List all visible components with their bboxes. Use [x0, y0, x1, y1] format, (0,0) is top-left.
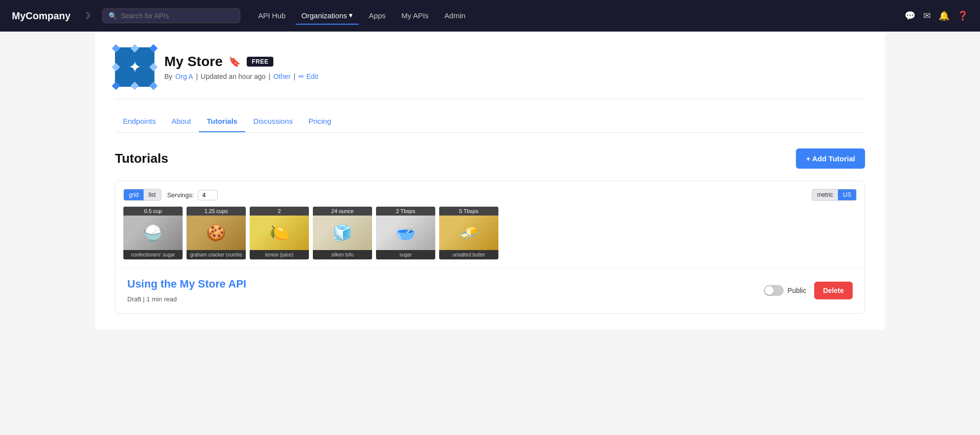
view-toggle: grid list [123, 189, 161, 201]
ingredient-lemon: 2 🍋 lemon (juice) [250, 207, 309, 259]
delete-button[interactable]: Delete [814, 282, 853, 299]
diamond-top [131, 44, 139, 53]
tabs: Endpoints About Tutorials Discussions Pr… [115, 111, 865, 133]
tutorial-card-right: Public Delete [764, 282, 853, 299]
separator-2: | [268, 72, 270, 80]
edit-pencil-icon: ✏ [299, 72, 304, 80]
notification-icon[interactable]: 🔔 [939, 10, 949, 21]
api-title-row: My Store 🔖 FREE [164, 54, 865, 70]
tab-tutorials[interactable]: Tutorials [199, 111, 245, 132]
public-label: Public [788, 287, 806, 294]
ingredient-image: 🥣 [376, 216, 435, 250]
grid-view-button[interactable]: grid [124, 189, 144, 200]
api-meta: By Org A | Updated an hour ago | Other |… [164, 72, 865, 80]
tab-pricing[interactable]: Pricing [301, 111, 339, 132]
ingredient-image: 🍪 [187, 216, 246, 250]
separator-3: | [294, 72, 296, 80]
ingredient-name: lemon (juice) [250, 250, 309, 259]
logo-star-icon: ✦ [128, 58, 142, 76]
tutorial-title-link[interactable]: Using the My Store API [127, 278, 764, 290]
diamond-topleft [112, 44, 120, 53]
api-header: ✦ My Store 🔖 FREE By Org A | Updated an … [115, 47, 865, 99]
edit-label: Edit [306, 72, 318, 80]
ingredient-name: graham cracker crumbs [187, 250, 246, 259]
recipe-controls-left: grid list Servings: [123, 189, 218, 201]
nav-organizations[interactable]: Organizations ▾ [296, 7, 359, 25]
edit-link[interactable]: ✏ Edit [299, 72, 318, 80]
ingredient-image: 🧈 [439, 216, 498, 250]
tutorial-card-left: Using the My Store API Draft | 1 min rea… [127, 278, 764, 303]
brand-logo: MyCompany [12, 10, 71, 22]
us-button[interactable]: US [838, 189, 856, 200]
bookmark-icon[interactable]: 🔖 [228, 56, 241, 68]
updated-text: Updated an hour ago [201, 72, 266, 80]
search-input[interactable] [121, 12, 234, 20]
category-link[interactable]: Other [273, 72, 291, 80]
ingredient-image: 🍋 [250, 216, 309, 250]
chevron-down-icon: ▾ [349, 11, 353, 20]
ingredient-image: 🧊 [313, 216, 372, 250]
recipe-controls: grid list Servings: metric US [123, 189, 857, 201]
ingredient-amount: 5 Tbsps [439, 207, 498, 216]
dark-mode-icon[interactable]: ☽ [82, 10, 90, 21]
api-info: My Store 🔖 FREE By Org A | Updated an ho… [164, 54, 865, 80]
tab-endpoints[interactable]: Endpoints [115, 111, 164, 132]
ingredient-name: silken tofu [313, 250, 372, 259]
tutorial-card-preview: grid list Servings: metric US 0.5 cup [115, 181, 865, 268]
tutorials-title: Tutorials [115, 151, 168, 166]
servings-control: Servings: [167, 190, 218, 200]
tutorials-header: Tutorials + Add Tutorial [115, 148, 865, 169]
servings-input[interactable] [198, 190, 218, 200]
search-icon: 🔍 [109, 12, 117, 20]
inbox-icon[interactable]: ✉ [923, 10, 931, 21]
free-badge: FREE [247, 57, 273, 67]
api-logo-inner: ✦ [115, 47, 154, 87]
tutorial-card-content: Using the My Store API Draft | 1 min rea… [115, 268, 865, 313]
nav-api-hub[interactable]: API Hub [252, 7, 292, 25]
ingredient-image: 🍚 [123, 216, 183, 250]
separator-1: | [196, 72, 198, 80]
diamond-bottomleft [112, 82, 120, 90]
diamond-right [150, 63, 158, 72]
ingredients-grid: 0.5 cup 🍚 confectioners' sugar 1.25 cups… [123, 207, 857, 259]
api-name: My Store [164, 54, 223, 70]
ingredient-sugar: 2 Tbsps 🥣 sugar [376, 207, 435, 259]
metric-button[interactable]: metric [812, 189, 838, 200]
nav-organizations-label: Organizations [302, 11, 347, 20]
add-tutorial-button[interactable]: + Add Tutorial [796, 148, 865, 169]
nav-apps[interactable]: Apps [363, 7, 391, 25]
ingredient-tofu: 24 ounce 🧊 silken tofu [313, 207, 372, 259]
ingredient-butter: 5 Tbsps 🧈 unsalted butter [439, 207, 498, 259]
diamond-bottom [131, 82, 139, 90]
tab-discussions[interactable]: Discussions [245, 111, 301, 132]
ingredient-amount: 1.25 cups [187, 207, 246, 216]
navbar: MyCompany ☽ 🔍 API Hub Organizations ▾ Ap… [0, 0, 980, 32]
diamond-bottomright [150, 82, 158, 90]
servings-label: Servings: [167, 191, 194, 199]
public-toggle: Public [764, 285, 806, 296]
nav-admin[interactable]: Admin [439, 7, 472, 25]
ingredient-confectioners-sugar: 0.5 cup 🍚 confectioners' sugar [123, 207, 183, 259]
search-bar[interactable]: 🔍 [102, 8, 240, 23]
toggle-knob [765, 286, 774, 295]
ingredient-name: unsalted butter [439, 250, 498, 259]
ingredient-amount: 0.5 cup [123, 207, 183, 216]
help-icon[interactable]: ❓ [957, 10, 968, 21]
ingredient-amount: 2 Tbsps [376, 207, 435, 216]
tutorial-meta: Draft | 1 min read [127, 295, 177, 303]
api-logo: ✦ [115, 47, 154, 87]
org-link[interactable]: Org A [175, 72, 193, 80]
tab-about[interactable]: About [164, 111, 199, 132]
navbar-action-icons: 💬 ✉ 🔔 ❓ [905, 10, 968, 21]
nav-links: API Hub Organizations ▾ Apps My APIs Adm… [252, 7, 893, 25]
list-view-button[interactable]: list [144, 189, 161, 200]
chat-icon[interactable]: 💬 [905, 10, 915, 21]
nav-my-apis[interactable]: My APIs [396, 7, 435, 25]
public-toggle-switch[interactable] [764, 285, 784, 296]
diamond-left [112, 63, 120, 72]
main-content: ✦ My Store 🔖 FREE By Org A | Updated an … [95, 32, 885, 329]
tutorial-card: grid list Servings: metric US 0.5 cup [115, 181, 865, 314]
unit-toggle: metric US [812, 189, 857, 201]
ingredient-graham-cracker: 1.25 cups 🍪 graham cracker crumbs [187, 207, 246, 259]
api-by-label: By [164, 72, 172, 80]
